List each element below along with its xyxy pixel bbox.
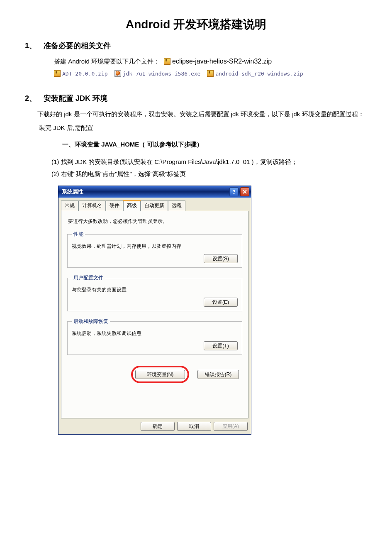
settings-performance-button[interactable]: 设置(S) bbox=[204, 254, 238, 263]
section2-sub-heading: 一、环境变量 JAVA_HOME（ 可以参考以下步骤） bbox=[62, 141, 367, 149]
group-startup-recovery-text: 系统启动，系统失败和调试信息 bbox=[72, 330, 238, 337]
java-exe-icon bbox=[114, 70, 121, 77]
tab-panel-advanced: 要进行大多数改动，您必须作为管理员登录。 性能 视觉效果，处理器计划，内存使用，… bbox=[61, 211, 248, 418]
file-item: android-sdk_r20-windows.zip bbox=[207, 70, 303, 77]
group-performance: 性能 视觉效果，处理器计划，内存使用，以及虚拟内存 设置(S) bbox=[67, 231, 242, 268]
step-1: (1) 找到 JDK 的安装目录(默认安装在 C:\Program Files\… bbox=[39, 156, 367, 180]
tab-hardware[interactable]: 硬件 bbox=[106, 200, 123, 211]
file-item: jdk-7u1-windows-i586.exe bbox=[114, 70, 201, 77]
zip-icon bbox=[54, 70, 61, 77]
group-startup-recovery: 启动和故障恢复 系统启动，系统失败和调试信息 设置(T) bbox=[67, 318, 242, 355]
section2-heading-text: 安装配置 JDK 环境 bbox=[44, 94, 107, 103]
section2-p2: 装完 JDK 后,需配置 bbox=[39, 122, 367, 133]
file-name: ADT-20.0.0.zip bbox=[62, 71, 108, 77]
file-item: eclipse-java-helios-SR2-win32.zip bbox=[164, 58, 272, 65]
section2-p1: 下载好的 jdk 是一个可执行的安装程序，双击安装。安装之后需要配置 jdk 环… bbox=[25, 108, 367, 120]
close-icon[interactable] bbox=[240, 187, 249, 196]
zip-icon bbox=[207, 70, 214, 77]
ok-button[interactable]: 确定 bbox=[141, 422, 175, 431]
dialog-title: 系统属性 bbox=[62, 188, 229, 196]
file-name: android-sdk_r20-windows.zip bbox=[215, 71, 303, 77]
help-icon[interactable] bbox=[229, 187, 239, 196]
group-performance-legend: 性能 bbox=[72, 231, 85, 238]
section1-heading: 1、 准备必要的相关文件 bbox=[25, 41, 367, 51]
file-row-2: ADT-20.0.0.zip jdk-7u1-windows-i586.exe … bbox=[54, 70, 367, 77]
section1-heading-text: 准备必要的相关文件 bbox=[44, 42, 111, 50]
tab-auto-update[interactable]: 自动更新 bbox=[141, 200, 168, 211]
settings-startup-button[interactable]: 设置(T) bbox=[204, 341, 238, 350]
group-performance-text: 视觉效果，处理器计划，内存使用，以及虚拟内存 bbox=[72, 243, 238, 250]
error-report-button[interactable]: 错误报告(R) bbox=[197, 370, 239, 379]
section2-heading: 2、 安装配置 JDK 环境 bbox=[25, 93, 367, 103]
tab-general[interactable]: 常规 bbox=[61, 200, 78, 211]
system-properties-dialog: 系统属性 常规 计算机名 硬件 高级 自动更新 远程 要进行大多数改动，您必须作… bbox=[58, 186, 251, 435]
section1-intro: 搭建 Android 环境需要以下几个文件： bbox=[54, 56, 160, 67]
group-user-profile-text: 与您登录有关的桌面设置 bbox=[72, 286, 238, 293]
tab-remote[interactable]: 远程 bbox=[168, 200, 185, 211]
dialog-titlebar[interactable]: 系统属性 bbox=[58, 186, 251, 198]
file-name: eclipse-java-helios-SR2-win32.zip bbox=[172, 58, 272, 65]
zip-icon bbox=[164, 58, 170, 65]
file-item: ADT-20.0.0.zip bbox=[54, 70, 108, 77]
settings-user-profile-button[interactable]: 设置(E) bbox=[204, 298, 238, 307]
svg-point-0 bbox=[234, 193, 234, 194]
environment-variables-button[interactable]: 环境变量(N) bbox=[135, 370, 185, 379]
cancel-button[interactable]: 取消 bbox=[177, 422, 211, 431]
page-title: Android 开发环境搭建说明 bbox=[25, 17, 367, 32]
dialog-footer: 确定 取消 应用(A) bbox=[58, 418, 251, 434]
section1-number: 1、 bbox=[25, 41, 41, 51]
tab-strip: 常规 计算机名 硬件 高级 自动更新 远程 bbox=[61, 200, 248, 211]
tab-computer-name[interactable]: 计算机名 bbox=[78, 200, 106, 211]
group-user-profile: 用户配置文件 与您登录有关的桌面设置 设置(E) bbox=[67, 274, 242, 311]
group-user-profile-legend: 用户配置文件 bbox=[72, 274, 105, 281]
section2-number: 2、 bbox=[25, 93, 41, 103]
lower-button-row: 环境变量(N) 错误报告(R) bbox=[66, 362, 243, 383]
apply-button[interactable]: 应用(A) bbox=[214, 422, 248, 431]
admin-hint: 要进行大多数改动，您必须作为管理员登录。 bbox=[68, 218, 241, 225]
tab-advanced[interactable]: 高级 bbox=[123, 200, 141, 211]
group-startup-recovery-legend: 启动和故障恢复 bbox=[72, 318, 110, 325]
file-name: jdk-7u1-windows-i586.exe bbox=[123, 71, 201, 77]
